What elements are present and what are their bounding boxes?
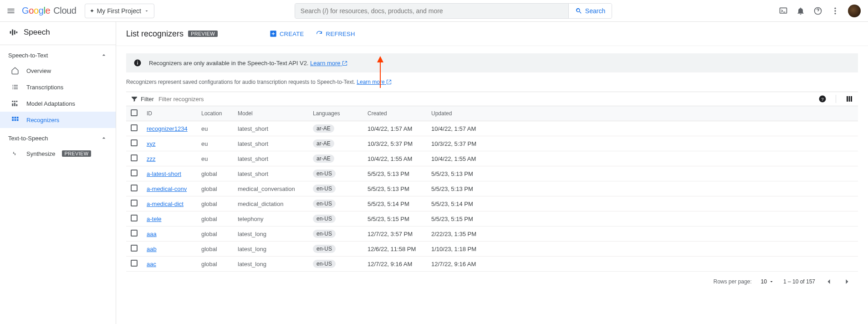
columns-icon[interactable] [836,95,853,103]
cloud-shell-icon[interactable] [779,6,788,15]
filter-input[interactable] [158,96,814,103]
desc-learn-more-link[interactable]: Learn more [357,79,392,85]
row-checkbox[interactable] [131,245,138,252]
row-checkbox[interactable] [131,170,138,176]
create-button[interactable]: CREATE [267,28,307,39]
refresh-button[interactable]: REFRESH [313,28,357,39]
description: Recognizers represent saved configuratio… [126,79,858,85]
recognizer-link[interactable]: zzz [147,155,156,162]
recognizer-link[interactable]: a-tele [147,216,162,222]
cell-model: telephony [233,211,308,226]
external-link-icon [386,79,392,85]
row-checkbox[interactable] [131,200,138,206]
col-model[interactable]: Model [233,106,308,121]
row-checkbox[interactable] [131,124,138,131]
svg-rect-18 [12,119,14,121]
sidebar-item-synthesize[interactable]: Synthesize PREVIEW [0,145,116,162]
svg-rect-12 [12,103,13,106]
sidebar-item-label: Synthesize [26,150,56,157]
home-icon [11,67,20,75]
notifications-icon[interactable] [796,6,805,15]
google-cloud-logo[interactable]: Google Cloud [22,5,77,16]
next-page-button[interactable] [842,277,852,286]
recognizer-link[interactable]: xyz [147,140,156,147]
search-input[interactable] [295,4,568,18]
col-location[interactable]: Location [197,106,233,121]
sidebar-item-overview[interactable]: Overview [0,62,116,79]
caret-down-icon [769,279,774,284]
svg-point-3 [834,10,836,11]
svg-rect-13 [14,103,15,107]
row-checkbox[interactable] [131,215,138,221]
rows-per-page-select[interactable]: 10 [761,278,774,285]
help-icon[interactable] [813,6,822,15]
search-button[interactable]: Search [568,4,612,18]
recognizer-link[interactable]: a-medical-dict [147,201,184,207]
svg-rect-6 [12,30,13,36]
sidebar-item-adaptations[interactable]: Model Adaptations [0,95,116,112]
cell-created: 10/3/22, 5:37 PM [363,136,427,151]
sidebar-item-label: Model Adaptations [26,100,75,107]
svg-rect-9 [12,101,13,102]
sidebar-item-recognizers[interactable]: Recognizers [0,112,116,128]
sidebar-item-transcriptions[interactable]: Transcriptions [0,79,116,95]
filter-bar: Filter ? [126,92,858,106]
col-id[interactable]: ID [142,106,197,121]
cell-updated: 2/22/23, 1:35 PM [427,226,858,242]
cell-created: 12/6/22, 11:58 PM [363,242,427,257]
svg-rect-11 [16,101,17,102]
row-checkbox[interactable] [131,185,138,191]
sidebar-item-label: Overview [26,67,51,74]
recognizer-link[interactable]: aac [147,261,156,267]
project-name: My First Project [97,7,141,15]
svg-rect-14 [16,104,17,107]
table-row: a-medical-convglobalmedical_conversation… [126,181,858,196]
external-link-icon [342,61,347,66]
cell-model: medical_conversation [233,181,308,196]
page-title-text: List recognizers [126,29,184,39]
row-checkbox[interactable] [131,139,138,146]
recognizer-link[interactable]: aab [147,246,157,252]
menu-icon[interactable] [5,5,16,16]
more-icon[interactable] [831,6,840,15]
select-all-checkbox[interactable] [131,109,138,116]
recognizer-link[interactable]: recognizer1234 [147,125,188,132]
recognizer-link[interactable]: a-latest-short [147,170,181,177]
cell-lang: ar-AE [308,136,363,151]
table-row: aabgloballatest_longen-US12/6/22, 11:58 … [126,242,858,257]
row-checkbox[interactable] [131,230,138,237]
cell-updated: 1/10/23, 1:18 PM [427,242,858,257]
cell-location: global [197,166,233,181]
table-row: zzzeulatest_shortar-AE10/4/22, 1:55 AM10… [126,151,858,166]
project-picker[interactable]: ✦ My First Project [85,4,154,18]
svg-rect-24 [137,61,138,62]
sidebar-section-tts[interactable]: Text-to-Speech [0,128,116,145]
cell-lang: en-US [308,226,363,242]
cell-model: latest_long [233,226,308,242]
banner-learn-more-link[interactable]: Learn more [310,60,347,67]
prev-page-button[interactable] [824,277,833,286]
search-icon [575,7,582,15]
cell-lang: en-US [308,196,363,211]
help-filled-icon[interactable]: ? [818,95,827,103]
recognizer-link[interactable]: a-medical-conv [147,185,187,192]
chevron-up-icon [100,51,107,59]
sidebar-section-stt[interactable]: Speech-to-Text [0,45,116,62]
cell-updated: 10/4/22, 1:57 AM [427,121,858,136]
col-languages[interactable]: Languages [308,106,363,121]
avatar[interactable] [848,5,861,17]
svg-rect-17 [17,117,19,118]
row-checkbox[interactable] [131,260,138,267]
row-checkbox[interactable] [131,154,138,161]
cell-location: global [197,181,233,196]
recognizer-link[interactable]: aaa [147,231,157,237]
cell-location: global [197,196,233,211]
cell-lang: ar-AE [308,121,363,136]
cell-lang: en-US [308,242,363,257]
cell-location: eu [197,121,233,136]
project-icon: ✦ [90,8,94,14]
svg-rect-7 [14,30,15,34]
cell-model: latest_long [233,242,308,257]
col-created[interactable]: Created [363,106,427,121]
col-updated[interactable]: Updated [427,106,858,121]
